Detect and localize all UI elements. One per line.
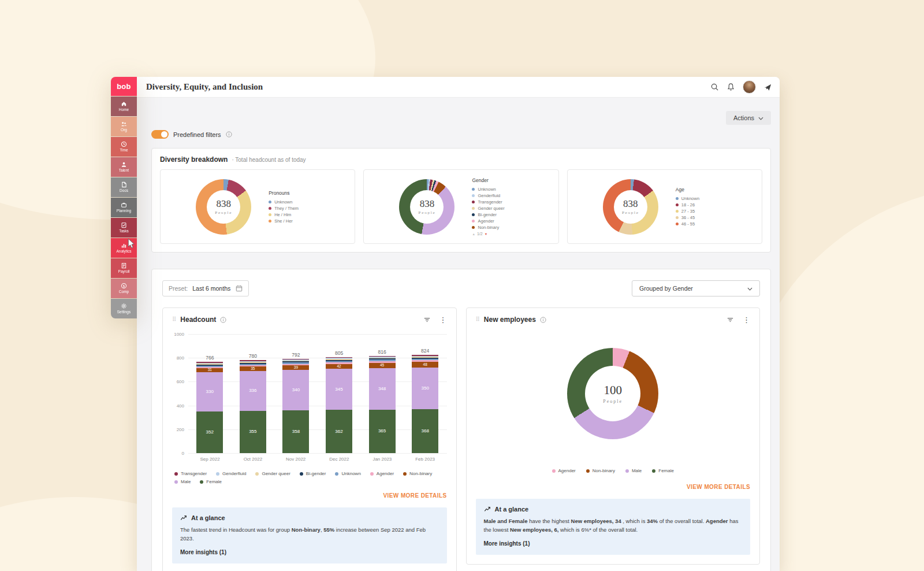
newemp-legend: AgenderNon-binaryMaleFemale <box>476 468 751 473</box>
sidebar-item-settings[interactable]: Settings <box>111 299 137 318</box>
bar-segment[interactable]: 352 <box>196 411 223 454</box>
legend-item[interactable]: Agender <box>370 471 394 476</box>
legend-item[interactable]: Male <box>625 468 642 473</box>
bar-segment[interactable]: 45 <box>369 363 396 368</box>
legend-item: Unknown <box>269 199 319 205</box>
donut-chart[interactable]: 838People <box>399 179 454 235</box>
newemp-donut[interactable]: 100 People <box>567 348 658 439</box>
sidebar-item-planning[interactable]: Planning <box>111 198 137 217</box>
insights-icon <box>484 506 491 513</box>
legend-pagination[interactable]: ▲1/2▼ <box>472 232 523 236</box>
new-employees-tools: ⋮ <box>726 316 750 324</box>
plane-icon[interactable] <box>763 83 772 91</box>
legend-item[interactable]: Male <box>174 479 191 484</box>
avatar[interactable] <box>743 80 756 94</box>
actions-row: Actions <box>151 98 771 125</box>
sidebar-item-tasks[interactable]: Tasks <box>111 218 137 238</box>
svg-text:$: $ <box>123 284 125 288</box>
headcount-bar: 80542345362 <box>326 350 352 453</box>
page-title: Diversity, Equity, and Inclusion <box>146 82 263 92</box>
predefined-filters-toggle[interactable] <box>151 130 169 139</box>
kebab-menu-icon[interactable]: ⋮ <box>439 316 447 324</box>
diversity-card-header: Diversity breakdown · Total headcount as… <box>160 155 762 164</box>
donut-chart[interactable]: 838People <box>196 179 251 235</box>
filter-icon[interactable] <box>423 316 431 324</box>
chevron-down-icon <box>758 114 763 121</box>
sidebar-item-payroll[interactable]: Payroll <box>111 258 137 278</box>
bar-segment[interactable]: 336 <box>240 371 266 411</box>
legend-item[interactable]: Gender queer <box>255 471 290 476</box>
bar-segment[interactable]: 365 <box>369 410 396 453</box>
pagination-down-icon: ▼ <box>485 232 487 236</box>
mouse-cursor <box>128 238 135 249</box>
sidebar-item-talent[interactable]: Talent <box>111 157 137 177</box>
new-employees-panel: ⠿ New employees ⋮ 100 <box>466 307 761 565</box>
filter-icon[interactable] <box>726 316 734 324</box>
preset-date-selector[interactable]: Preset: Last 6 months <box>162 280 249 296</box>
sidebar-item-org[interactable]: Org <box>111 117 137 136</box>
comp-icon: $ <box>121 283 127 289</box>
legend-item[interactable]: Female <box>652 468 674 473</box>
headcount-glance-text: The fastest trend in Headcount was for g… <box>180 525 439 543</box>
sidebar: bob HomeOrgTimeTalentDocsPlanningTasksAn… <box>111 77 137 318</box>
legend-item[interactable]: Bi-gender <box>300 471 326 476</box>
newemp-more-insights-link[interactable]: More insights (1) <box>484 540 743 547</box>
legend-item[interactable]: Female <box>200 479 222 484</box>
bob-logo[interactable]: bob <box>111 77 137 96</box>
new-employees-panel-header: ⠿ New employees ⋮ <box>476 316 751 324</box>
actions-button[interactable]: Actions <box>726 111 771 125</box>
legend-item: Non-binary <box>472 225 523 230</box>
legend-item[interactable]: Genderfluid <box>216 471 246 476</box>
payroll-icon <box>121 262 127 269</box>
bar-segment[interactable]: 330 <box>196 372 223 411</box>
bar-segment[interactable]: 42 <box>326 364 352 369</box>
diversity-donuts: 838PeoplePronounsUnknownThey / ThemHe / … <box>160 169 762 244</box>
tasks-icon <box>121 222 127 228</box>
search-icon[interactable] <box>710 83 719 91</box>
headcount-bar: 78035336355 <box>240 353 266 453</box>
legend-item[interactable]: Agender <box>552 468 576 473</box>
bar-segment[interactable]: 345 <box>326 369 352 410</box>
headcount-xlabels: Sep 2022Oct 2022Nov 2022Dec 2022Jan 2023… <box>188 457 447 462</box>
donut-chart[interactable]: 838People <box>603 179 658 235</box>
headcount-bar: 82448350368 <box>412 348 438 453</box>
sidebar-item-docs[interactable]: Docs <box>111 177 137 197</box>
legend-item[interactable]: Non-binary <box>586 468 615 473</box>
bar-segment[interactable]: 350 <box>412 368 438 409</box>
planning-icon <box>121 202 127 208</box>
drag-handle-icon[interactable]: ⠿ <box>476 317 480 322</box>
headcount-view-more-link[interactable]: VIEW MORE DETAILS <box>172 492 447 499</box>
newemp-view-more-link[interactable]: VIEW MORE DETAILS <box>476 484 751 490</box>
legend-item[interactable]: Unknown <box>335 471 360 476</box>
sidebar-item-time[interactable]: Time <box>111 137 137 157</box>
kebab-menu-icon[interactable]: ⋮ <box>743 316 750 324</box>
headcount-more-insights-link[interactable]: More insights (1) <box>180 549 439 555</box>
grouped-by-select[interactable]: Grouped by Gender <box>632 280 760 296</box>
bar-segment[interactable]: 39 <box>282 365 309 370</box>
time-icon <box>121 141 127 147</box>
bar-segment[interactable]: 355 <box>240 411 266 453</box>
home-icon <box>121 101 127 107</box>
legend-item[interactable]: Transgender <box>174 471 207 476</box>
bar-segment[interactable]: 348 <box>369 368 396 410</box>
drag-handle-icon[interactable]: ⠿ <box>172 317 176 322</box>
sidebar-item-home[interactable]: Home <box>111 97 137 116</box>
info-icon[interactable] <box>540 317 546 323</box>
bar-segment[interactable]: 362 <box>326 410 352 453</box>
notifications-bell-icon[interactable] <box>726 83 735 91</box>
preset-value: Last 6 months <box>192 285 231 292</box>
settings-icon <box>121 303 127 309</box>
legend-item[interactable]: Non-binary <box>403 471 432 476</box>
bar-segment[interactable]: 35 <box>240 366 266 370</box>
bar-segment[interactable]: 340 <box>282 370 309 410</box>
glance-title: At a glance <box>495 506 529 513</box>
info-icon[interactable] <box>220 317 226 323</box>
sidebar-item-comp[interactable]: $Comp <box>111 279 137 298</box>
insights-icon <box>180 514 187 521</box>
headcount-bar: 79239340358 <box>282 352 309 453</box>
calendar-icon <box>236 285 243 292</box>
bar-segment[interactable]: 358 <box>282 410 309 453</box>
bar-segment[interactable]: 48 <box>412 362 438 368</box>
bar-segment[interactable]: 368 <box>412 409 438 453</box>
info-icon[interactable] <box>226 131 232 138</box>
